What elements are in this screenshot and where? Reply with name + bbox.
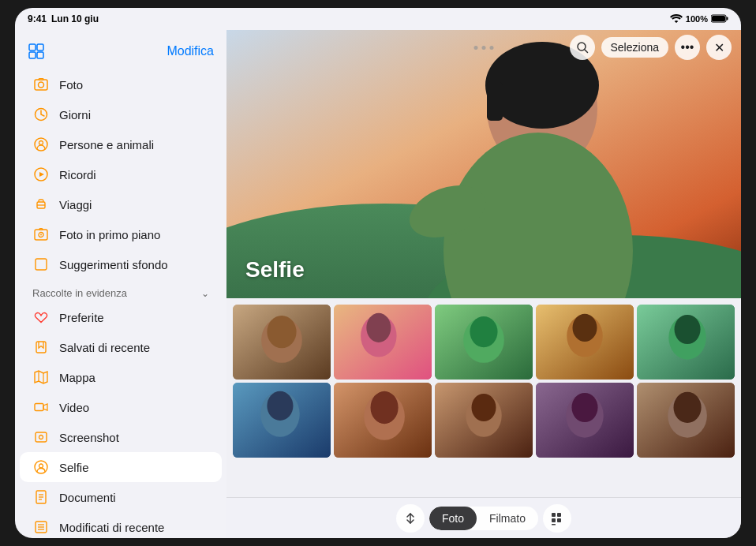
chevron-icon[interactable]: ⌄ [201, 288, 209, 299]
mappa-icon [32, 368, 50, 386]
sidebar-label-foto: Foto [59, 78, 83, 92]
salvati-icon [32, 338, 50, 356]
search-button[interactable] [570, 35, 595, 60]
photo-cell-7[interactable] [334, 383, 432, 458]
bottom-toolbar: Foto Filmato [226, 497, 741, 538]
primo-piano-icon [32, 226, 50, 243]
video-icon [32, 398, 50, 416]
close-icon: ✕ [714, 40, 724, 55]
top-bar-dots [474, 46, 494, 50]
photo-row-2 [233, 383, 735, 458]
sidebar-item-primo-piano[interactable]: Foto in primo piano [20, 219, 222, 249]
svg-point-81 [674, 392, 702, 423]
photo-cell-2[interactable] [334, 305, 432, 380]
hero-title: Selfie [245, 257, 305, 282]
viaggi-icon [32, 196, 50, 213]
svg-point-75 [472, 394, 496, 421]
tab-filmato[interactable]: Filmato [477, 507, 538, 530]
svg-rect-2 [712, 16, 725, 21]
svg-rect-3 [29, 44, 36, 50]
sidebar-item-giorni[interactable]: Giorni [20, 99, 222, 129]
sidebar-item-mappa[interactable]: Mappa [20, 362, 222, 392]
svg-marker-14 [39, 172, 44, 177]
svg-rect-22 [36, 342, 46, 353]
sidebar-label-persone: Persone e animali [59, 138, 154, 151]
selfie-icon [32, 458, 50, 476]
svg-marker-23 [35, 371, 47, 383]
documenti-icon [32, 488, 50, 506]
sidebar-item-ricordi[interactable]: Ricordi [20, 159, 222, 189]
ipad-frame: 9:41 Lun 10 giu 100% [15, 8, 741, 538]
photo-cell-9[interactable] [536, 383, 634, 458]
sidebar-label-viaggi: Viaggi [59, 198, 92, 211]
sidebar-label-giorni: Giorni [59, 108, 91, 122]
sidebar-item-foto[interactable]: Foto [20, 69, 222, 99]
svg-rect-83 [552, 513, 556, 517]
svg-point-78 [571, 393, 597, 422]
svg-point-29 [39, 436, 43, 439]
hero-section: Selfie [226, 30, 741, 298]
sidebar-item-salvati[interactable]: Salvati di recente [20, 332, 222, 362]
photo-cell-5[interactable] [637, 305, 735, 380]
modifica-button[interactable]: Modifica [167, 44, 214, 58]
sidebar-item-viaggi[interactable]: Viaggi [20, 189, 222, 219]
sidebar-label-selfie: Selfie [59, 461, 89, 474]
wifi-icon [670, 13, 683, 24]
sidebar-item-preferite[interactable]: Preferite [20, 302, 222, 332]
main-content: Modifica Foto [15, 30, 741, 538]
ricordi-icon [32, 166, 50, 183]
grid-button[interactable] [543, 504, 571, 533]
foto-icon [32, 76, 50, 93]
svg-point-20 [40, 234, 42, 236]
sidebar-item-selfie[interactable]: Selfie [20, 452, 222, 482]
sidebar-label-primo-piano: Foto in primo piano [59, 228, 160, 241]
tab-foto[interactable]: Foto [429, 507, 477, 530]
more-icon: ••• [681, 40, 694, 54]
sidebar-item-documenti[interactable]: Documenti [20, 482, 222, 512]
top-bar: Seleziona ••• ✕ [226, 30, 741, 65]
svg-point-69 [267, 391, 293, 421]
preferite-icon [32, 309, 50, 326]
dot-3 [490, 46, 494, 50]
svg-rect-7 [35, 80, 47, 90]
photo-cell-1[interactable] [233, 305, 331, 380]
svg-point-57 [366, 313, 391, 342]
right-panel: Seleziona ••• ✕ [226, 30, 741, 538]
lower-section: Foto Filmato [226, 298, 741, 538]
battery: 100% [686, 14, 708, 24]
time: 9:41 [28, 13, 47, 24]
sidebar-item-sfondo[interactable]: Suggerimenti sfondo [20, 249, 222, 279]
sidebar-header: Modifica [15, 36, 226, 69]
sidebar: Modifica Foto [15, 30, 226, 538]
sfondo-icon [32, 256, 50, 273]
photo-cell-6[interactable] [233, 383, 331, 458]
svg-point-31 [39, 464, 43, 468]
svg-rect-86 [557, 518, 561, 522]
svg-rect-4 [37, 44, 43, 50]
status-bar: 9:41 Lun 10 giu 100% [15, 8, 741, 30]
sidebar-item-persone[interactable]: Persone e animali [20, 129, 222, 159]
sort-button[interactable] [396, 504, 425, 533]
photo-cell-3[interactable] [435, 305, 533, 380]
more-button[interactable]: ••• [675, 35, 700, 60]
sidebar-label-sfondo: Suggerimenti sfondo [59, 258, 168, 271]
close-button[interactable]: ✕ [706, 35, 732, 60]
svg-line-42 [585, 50, 588, 53]
sidebar-label-preferite: Preferite [59, 311, 104, 324]
giorni-icon [32, 106, 50, 123]
svg-point-8 [39, 82, 44, 88]
sidebar-item-screenshot[interactable]: Screenshot [20, 422, 222, 452]
sidebar-item-modificati[interactable]: Modificati di recente [20, 512, 222, 538]
photo-cell-8[interactable] [435, 383, 533, 458]
sidebar-grid-icon [28, 43, 45, 60]
sidebar-item-video[interactable]: Video [20, 392, 222, 422]
photo-cell-4[interactable] [536, 305, 634, 380]
svg-rect-87 [552, 524, 556, 525]
status-bar-right: 100% [670, 13, 728, 24]
seleziona-button[interactable]: Seleziona [601, 37, 669, 58]
sidebar-label-video: Video [59, 401, 89, 414]
photo-cell-10[interactable] [637, 383, 735, 458]
svg-point-54 [267, 316, 296, 348]
date: Lun 10 giu [51, 13, 99, 24]
svg-rect-26 [35, 404, 43, 411]
